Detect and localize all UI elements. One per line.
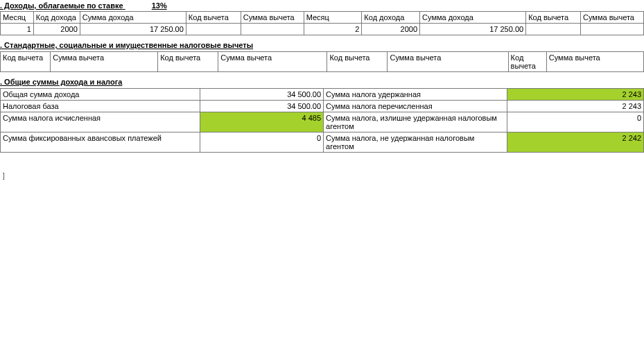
income-data-row: 1 2000 17 250.00 2 2000 17 250.00: [1, 24, 644, 35]
totals-left-label: Сумма налога исчисленная: [1, 112, 200, 132]
totals-row: Сумма фиксированных авансовых платежей0С…: [1, 132, 644, 153]
income-header-row: Месяц Код дохода Сумма дохода Код вычета…: [1, 12, 644, 24]
totals-right-label: Сумма налога, не удержанная налоговым аг…: [324, 132, 507, 153]
cell-ded-sum-r: [581, 24, 644, 35]
totals-left-label: Налоговая база: [1, 101, 200, 112]
totals-left-value: 0: [200, 132, 324, 153]
cell-income-code-r: 2000: [362, 24, 420, 35]
hdr-income-sum-r: Сумма дохода: [420, 12, 526, 24]
ded-hdr-code-3: Код вычета: [327, 52, 388, 72]
ded-hdr-sum-1: Сумма вычета: [51, 52, 158, 72]
cell-income-code-l: 2000: [33, 24, 80, 35]
ded-hdr-code-1: Код вычета: [1, 52, 51, 72]
totals-right-label: Сумма налога, излишне удержанная налогов…: [324, 112, 507, 132]
hdr-ded-sum-l: Сумма вычета: [241, 12, 304, 24]
ded-hdr-sum-2: Сумма вычета: [218, 52, 327, 72]
totals-left-label: Общая сумма дохода: [1, 89, 200, 101]
cell-ded-code-r: [526, 24, 581, 35]
totals-left-label: Сумма фиксированных авансовых платежей: [1, 132, 200, 153]
income-table: Месяц Код дохода Сумма дохода Код вычета…: [0, 11, 644, 35]
totals-right-value: 0: [507, 112, 643, 132]
totals-row: Налоговая база34 500.00Сумма налога пере…: [1, 101, 644, 112]
hdr-income-code-l: Код дохода: [33, 12, 80, 24]
ded-hdr-code-4: Код вычета: [508, 52, 546, 72]
hdr-month-r: Месяц: [304, 12, 362, 24]
totals-right-value: 2 242: [507, 132, 643, 153]
totals-row: Сумма налога исчисленная4 485Сумма налог…: [1, 112, 644, 132]
totals-right-label: Сумма налога удержанная: [324, 89, 507, 101]
hdr-month-l: Месяц: [1, 12, 34, 24]
deductions-table: Код вычета Сумма вычета Код вычета Сумма…: [0, 51, 644, 72]
totals-table: Общая сумма дохода34 500.00Сумма налога …: [0, 88, 644, 153]
section4-title: . Стандартные, социальные и имущественны…: [0, 40, 644, 51]
stray-mark: ]: [0, 172, 644, 180]
cell-ded-code-l: [186, 24, 241, 35]
totals-row: Общая сумма дохода34 500.00Сумма налога …: [1, 89, 644, 101]
cell-income-sum-r: 17 250.00: [420, 24, 526, 35]
cell-ded-sum-l: [241, 24, 304, 35]
section3-title: . Доходы, облагаемые по ставке 13%: [0, 0, 644, 11]
totals-left-value: 4 485: [200, 112, 324, 132]
section3-rate: 13%: [152, 1, 167, 10]
totals-right-label: Сумма налога перечисленная: [324, 101, 507, 112]
deductions-header-row: Код вычета Сумма вычета Код вычета Сумма…: [1, 52, 644, 72]
hdr-income-code-r: Код дохода: [362, 12, 420, 24]
ded-hdr-code-2: Код вычета: [158, 52, 218, 72]
section5-title: . Общие суммы дохода и налога: [0, 76, 644, 87]
section3-title-text: . Доходы, облагаемые по ставке: [0, 1, 123, 10]
ded-hdr-sum-3: Сумма вычета: [388, 52, 508, 72]
totals-right-value: 2 243: [507, 101, 643, 112]
cell-month-r: 2: [304, 24, 362, 35]
hdr-ded-code-l: Код вычета: [186, 12, 241, 24]
cell-month-l: 1: [1, 24, 34, 35]
totals-right-value: 2 243: [507, 89, 643, 101]
hdr-ded-code-r: Код вычета: [526, 12, 581, 24]
totals-left-value: 34 500.00: [200, 89, 324, 101]
hdr-ded-sum-r: Сумма вычета: [581, 12, 644, 24]
cell-income-sum-l: 17 250.00: [80, 24, 186, 35]
totals-left-value: 34 500.00: [200, 101, 324, 112]
ded-hdr-sum-4: Сумма вычета: [546, 52, 643, 72]
hdr-income-sum-l: Сумма дохода: [80, 12, 186, 24]
